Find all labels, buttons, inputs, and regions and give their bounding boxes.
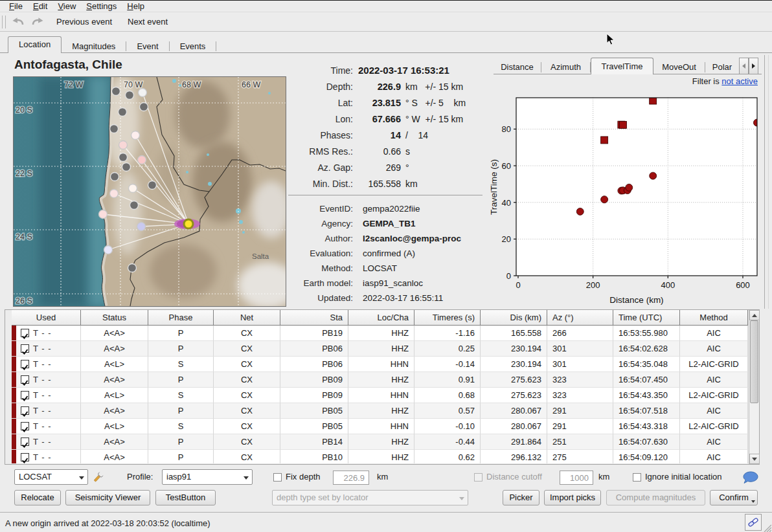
table-scrollbar[interactable] <box>749 310 759 464</box>
table-row[interactable]: T - -A<L>SCXPB09HHN0.68275.62332316:54:4… <box>12 388 748 403</box>
fix-depth-checkbox[interactable] <box>273 473 282 482</box>
table-row[interactable]: T - -A<A>PCXPB09HHZ0.91275.62332316:54:0… <box>12 372 748 388</box>
table-row[interactable]: T - -A<L>SCXPB06HHN-0.14230.19430116:54:… <box>12 357 748 372</box>
connection-status-button[interactable] <box>745 514 762 531</box>
tab-events[interactable]: Events <box>170 39 216 53</box>
pick-flag <box>12 403 16 419</box>
used-checkbox[interactable] <box>21 329 29 337</box>
tab-scroll-right-button[interactable] <box>749 58 758 74</box>
meta-row: Evaluation:confirmed (A) <box>287 246 492 261</box>
tab-location[interactable]: Location <box>8 36 62 53</box>
undo-arrow-icon[interactable] <box>11 16 25 28</box>
cell-time-utc-: 16:54:35.048 <box>613 357 680 372</box>
filter-link[interactable]: not active <box>721 76 758 86</box>
column-header-status[interactable]: Status <box>81 310 148 326</box>
cell-dis-km-: 230.194 <box>481 357 547 372</box>
locator-settings-wrench-icon[interactable] <box>91 471 105 485</box>
summary-row: Depth:226.9km +/- 15 km <box>287 78 492 94</box>
column-header-loc-cha[interactable]: Loc/Cha <box>348 310 414 326</box>
summary-value: 165.558 <box>358 179 401 189</box>
confirm-button[interactable]: Confirm <box>710 490 758 505</box>
seismicity-viewer-button[interactable]: Seismicity Viewer <box>65 490 150 505</box>
scroll-up-button[interactable] <box>749 310 760 320</box>
check-icon <box>21 410 28 417</box>
import-picks-button[interactable]: Import picks <box>544 490 601 505</box>
table-row[interactable]: T - -A<A>PCXPB19HHZ-1.16165.55826616:53:… <box>12 326 748 341</box>
locator-select[interactable]: LOCSAT <box>14 469 88 485</box>
column-header-dis-km-[interactable]: Dis (km) <box>481 310 547 326</box>
menu-file[interactable]: File <box>4 1 28 12</box>
check-icon <box>21 333 28 340</box>
used-checkbox[interactable] <box>21 344 29 353</box>
used-checkbox[interactable] <box>21 391 29 399</box>
meta-label: EventID: <box>287 204 358 214</box>
fix-depth-label: Fix depth <box>286 469 320 485</box>
profile-select[interactable]: iasp91 <box>162 469 253 485</box>
summary-unit: ° W +/- 15 km <box>401 114 463 124</box>
table-row[interactable]: T - -A<A>PCXPB14HHZ-0.44291.86425116:54:… <box>12 434 748 450</box>
menu-edit[interactable]: Edit <box>28 1 52 12</box>
station-marker <box>112 87 120 96</box>
plot-tab-distance[interactable]: Distance <box>494 60 541 74</box>
tab-magnitudes[interactable]: Magnitudes <box>62 39 126 53</box>
table-row[interactable]: T - -A<A>PCXPB06HHZ0.25230.19430116:54:0… <box>12 341 748 357</box>
toolbar-drag-handle[interactable] <box>2 16 6 28</box>
used-checkbox[interactable] <box>21 375 29 384</box>
filter-status: Filter is not active <box>583 76 758 86</box>
depth-type-select[interactable]: depth type set by locator <box>272 490 468 505</box>
column-header-net[interactable]: Net <box>214 310 280 326</box>
resize-grip[interactable] <box>762 523 771 532</box>
tab-scroll-left-button[interactable] <box>739 58 749 74</box>
summary-label: Lat: <box>287 98 358 108</box>
menu-help[interactable]: Help <box>122 1 150 12</box>
picker-button[interactable]: Picker <box>503 490 539 505</box>
column-header-az-[interactable]: Az (°) <box>547 310 613 326</box>
cell-net: CX <box>214 372 280 388</box>
table-row[interactable]: T - -A<A>PCXPB10HHZ0.62296.13227516:54:0… <box>12 450 748 463</box>
panel-splitter[interactable] <box>764 55 765 309</box>
summary-value: 67.666 <box>358 114 401 124</box>
table-row[interactable]: T - -A<L>SCXPB05HHN-0.10280.06729116:54:… <box>12 419 748 434</box>
redo-arrow-icon[interactable] <box>30 16 45 28</box>
used-checkbox[interactable] <box>21 438 29 446</box>
depth-input[interactable] <box>333 471 369 485</box>
comment-bubble-icon[interactable] <box>742 471 759 485</box>
data-point-circle <box>576 208 584 215</box>
menu-view[interactable]: View <box>52 1 81 12</box>
tab-event[interactable]: Event <box>126 39 168 53</box>
scrollbar-thumb[interactable] <box>750 320 758 403</box>
used-checkbox[interactable] <box>21 422 29 430</box>
column-header-phase[interactable]: Phase <box>148 310 214 326</box>
meta-value: GEMPA_TB1 <box>358 219 416 228</box>
x-tick-label: 600 <box>736 280 750 290</box>
test-button[interactable]: TestButton <box>155 490 216 505</box>
column-header-used[interactable]: Used <box>12 310 81 326</box>
distance-cutoff-input[interactable] <box>560 471 593 485</box>
column-header-timeres-s-[interactable]: Timeres (s) <box>414 310 481 326</box>
confirm-menu-arrow-icon <box>751 500 755 503</box>
column-header-method[interactable]: Method <box>680 310 748 326</box>
used-checkbox[interactable] <box>21 360 29 368</box>
previous-event-button[interactable]: Previous event <box>52 16 116 28</box>
column-header-sta[interactable]: Sta <box>280 310 348 326</box>
compute-magnitudes-button[interactable]: Compute magnitudes <box>606 490 705 505</box>
table-row[interactable]: T - -A<A>PCXPB05HHZ0.57280.06729116:54:0… <box>12 403 748 419</box>
origin-map[interactable]: 72 W70 W68 W66 W20 S22 S24 S26 SSalta <box>13 76 286 307</box>
used-checkbox[interactable] <box>21 453 29 461</box>
plot-tab-azimuth[interactable]: Azimuth <box>541 60 590 74</box>
plot-tab-traveltime[interactable]: TravelTime <box>591 58 653 74</box>
ignore-initial-location-checkbox[interactable] <box>633 473 641 482</box>
plot-tab-polar[interactable]: Polar <box>705 60 739 74</box>
relocate-button[interactable]: Relocate <box>14 490 61 505</box>
plot-tab-moveout[interactable]: MoveOut <box>653 60 705 74</box>
cell-time-utc-: 16:54:07.518 <box>613 403 680 419</box>
column-header-time-utc-[interactable]: Time (UTC) <box>613 310 680 326</box>
cell-dis-km-: 230.194 <box>481 341 547 357</box>
distance-cutoff-checkbox[interactable] <box>474 473 482 482</box>
used-checkbox[interactable] <box>21 406 29 415</box>
ignore-initial-location-label: Ignore initial location <box>645 469 722 485</box>
next-event-button[interactable]: Next event <box>124 16 172 28</box>
scroll-down-button[interactable] <box>749 454 760 464</box>
menu-settings[interactable]: Settings <box>81 1 122 12</box>
traveltime-plot[interactable]: 0200400600020406080Distance (km)TravelTi… <box>489 90 772 308</box>
